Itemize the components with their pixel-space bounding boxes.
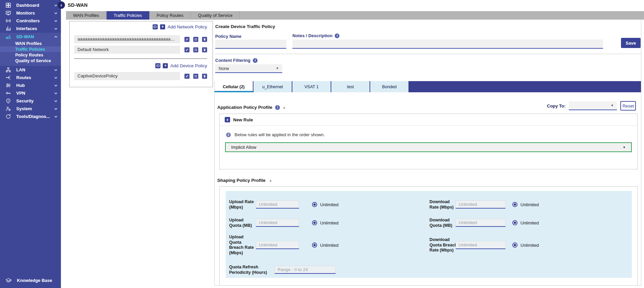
sidebar-subitem-traffic-policies[interactable]: Traffic Policies	[0, 46, 61, 52]
upload-breach-rate-label: Upload Quota Breach Rate (Mbps)	[229, 235, 256, 256]
sidebar-item-label: Interfaces	[16, 26, 50, 31]
download-rate-input[interactable]	[456, 200, 506, 209]
upload-breach-rate-input[interactable]	[256, 241, 299, 249]
sidebar-item-system[interactable]: System	[0, 105, 61, 113]
sidebar-item-controllers[interactable]: Controllers	[0, 17, 61, 25]
edit-policy-button[interactable]	[184, 47, 190, 52]
download-breach-rate-label: Download Quota Breach Rate (Mbps)	[429, 237, 459, 253]
quota-refresh-input[interactable]	[274, 266, 336, 274]
sidebar-item-vpn[interactable]: VPN	[0, 89, 61, 97]
interface-tab-cellular[interactable]: Cellular (2)	[215, 81, 253, 92]
policy-name-cell[interactable]: Default Network	[74, 46, 180, 54]
add-device-policy-row: + Add Device Policy	[74, 62, 207, 69]
quota-refresh-label: Quota Refresh Periodicity (Hours)	[229, 265, 271, 275]
collapse-section-icon[interactable]: ▲	[283, 105, 286, 109]
copy-policy-button[interactable]	[193, 37, 198, 42]
download-quota-unlimited-option[interactable]: Unlimited	[512, 220, 539, 225]
add-icon[interactable]: +	[163, 63, 168, 68]
sidebar-item-lan[interactable]: LAN	[0, 66, 61, 74]
delete-policy-button[interactable]	[202, 47, 207, 52]
tab-policy-routes[interactable]: Policy Routes	[150, 11, 191, 20]
policy-name-cell[interactable]: aaaaaaaaaaaaaaaaaaaaaaaaaaaaaaaaaaaaaaaa…	[74, 35, 180, 43]
upload-breach-unlimited-option[interactable]: Unlimited	[312, 243, 338, 248]
add-icon[interactable]: +	[160, 24, 165, 29]
tab-quality-of-service[interactable]: Quality of Service	[191, 11, 240, 20]
radio-selected-icon	[312, 220, 317, 225]
save-button[interactable]: Save	[621, 38, 641, 48]
interface-tab-test[interactable]: test	[331, 81, 370, 92]
antenna-icon	[5, 18, 12, 24]
download-breach-rate-input[interactable]	[456, 241, 506, 249]
sidebar-item-security[interactable]: Security	[0, 97, 61, 105]
chevron-down-icon	[54, 99, 57, 102]
add-network-policy-button[interactable]: Add Network Policy	[168, 24, 207, 29]
chevron-down-icon	[54, 19, 57, 22]
download-breach-unlimited-option[interactable]: Unlimited	[512, 243, 539, 248]
page-title: SD-WAN	[68, 2, 88, 8]
notes-input[interactable]	[292, 40, 603, 49]
edit-policy-button[interactable]	[184, 74, 190, 79]
policy-name-cell[interactable]: CaptiveDevicePolicy	[74, 72, 180, 80]
radio-selected-icon	[312, 202, 317, 207]
radio-label: Unlimited	[520, 202, 539, 207]
rule-select-implicit-allow[interactable]: Implicit Allow ▼	[225, 142, 632, 152]
policy-name-input[interactable]	[215, 40, 286, 49]
sidebar-item-dashboard[interactable]: Dashboard	[0, 1, 61, 9]
monitor-icon	[5, 10, 12, 16]
sidebar-item-label: Security	[16, 98, 50, 103]
new-rule-button[interactable]: New Rule	[233, 117, 253, 122]
add-device-policy-button[interactable]: Add Device Policy	[170, 63, 207, 68]
interface-tab-vsat1[interactable]: VSAT 1	[292, 81, 331, 92]
upload-quota-unlimited-option[interactable]: Unlimited	[312, 220, 338, 225]
sidebar-subitem-wan-profiles[interactable]: WAN Profiles	[0, 41, 61, 46]
tab-traffic-policies[interactable]: Traffic Policies	[107, 11, 150, 20]
sidebar-item-label: Routes	[16, 75, 50, 80]
upload-quota-label: Upload Quota (MB)	[229, 218, 256, 228]
sidebar-item-label: System	[16, 106, 50, 111]
content-filtering-label: Content Filtering	[215, 58, 250, 63]
sidebar-collapse-button[interactable]: ‹	[58, 1, 65, 9]
download-quota-input[interactable]	[456, 219, 506, 227]
sidebar-subitem-label: Traffic Policies	[15, 47, 45, 52]
chevron-down-icon	[54, 115, 57, 117]
shaping-row-quota-refresh: Quota Refresh Periodicity (Hours)	[226, 260, 632, 280]
chevron-down-icon	[54, 76, 57, 78]
sidebar-item-routes[interactable]: Routes	[0, 74, 61, 81]
sidebar-item-monitors[interactable]: Monitors	[0, 9, 61, 17]
info-icon: i	[335, 33, 339, 38]
edit-policy-button[interactable]	[184, 37, 190, 42]
add-rule-icon[interactable]: +	[225, 117, 230, 122]
sidebar-subitem-policy-routes[interactable]: Policy Routes	[0, 52, 61, 58]
collapse-section-icon[interactable]: ▲	[269, 178, 272, 182]
shaping-row-quota: Upload Quota (MB) Unlimited Download Quo…	[226, 215, 632, 230]
copy-policy-button[interactable]	[193, 74, 198, 79]
delete-policy-button[interactable]	[202, 37, 207, 42]
sidebar-subitem-quality-of-service[interactable]: Quality of Service	[0, 58, 61, 64]
upload-rate-unlimited-option[interactable]: Unlimited	[312, 202, 338, 207]
knowledge-base-link[interactable]: Knowledge Base	[0, 276, 61, 285]
import-policy-button[interactable]	[153, 24, 158, 29]
sidebar-item-sdwan[interactable]: SD-WAN	[0, 33, 61, 41]
sidebar-item-tools-diagnostics[interactable]: Tools/Diagnos...	[0, 113, 61, 120]
sidebar-item-hub[interactable]: Hub	[0, 81, 61, 89]
chevron-down-icon	[54, 3, 57, 6]
import-policy-button[interactable]	[155, 63, 160, 68]
tab-wan-profiles[interactable]: WAN Profiles	[66, 11, 107, 20]
notes-label-row: Notes / Description i	[292, 33, 339, 38]
upload-quota-input[interactable]	[256, 219, 299, 227]
download-rate-unlimited-option[interactable]: Unlimited	[512, 202, 539, 207]
sidebar-item-interfaces[interactable]: Interfaces	[0, 25, 61, 32]
interface-tab-bonded[interactable]: Bonded	[370, 81, 408, 92]
copy-to-select[interactable]: ▼	[569, 101, 617, 110]
interface-tab-u-ethernet[interactable]: u_Ethernet	[253, 81, 292, 92]
radio-label: Unlimited	[320, 243, 338, 248]
reset-button[interactable]: Reset	[620, 101, 636, 111]
content-filtering-select[interactable]: None ▼	[215, 64, 282, 73]
delete-policy-button[interactable]	[202, 74, 207, 79]
copy-policy-button[interactable]	[193, 47, 198, 52]
upload-rate-input[interactable]	[256, 200, 299, 209]
rules-info-text: Below rules will be applied in the order…	[235, 132, 325, 137]
policy-actions	[184, 47, 207, 52]
network-nodes-icon	[5, 67, 12, 73]
chevron-down-icon	[54, 27, 57, 29]
